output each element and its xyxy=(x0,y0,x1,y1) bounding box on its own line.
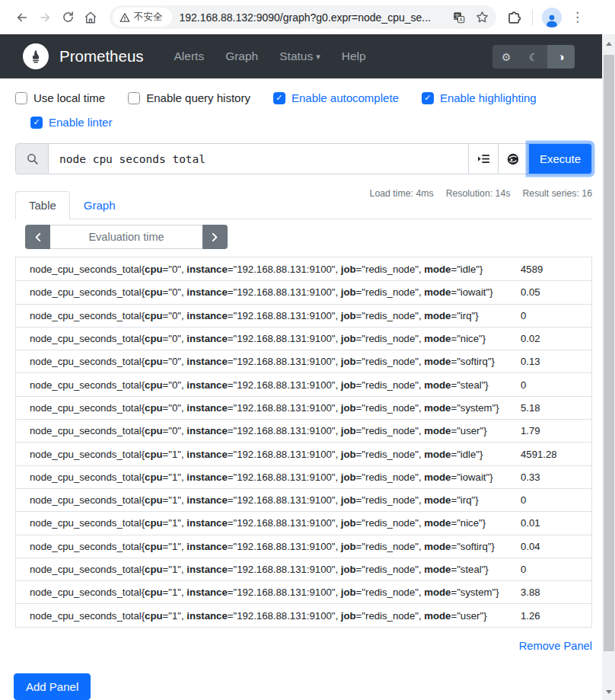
load-time: Load time: 4ms xyxy=(370,188,434,199)
tab-table[interactable]: Table xyxy=(15,191,70,219)
chevron-down-icon: ▾ xyxy=(316,52,320,62)
page-scrollbar[interactable] xyxy=(602,34,615,700)
settings-gear-icon[interactable]: ⚙ xyxy=(492,45,520,69)
tab-graph[interactable]: Graph xyxy=(70,191,129,219)
checkbox-enable-autocomplete[interactable]: ✓Enable autocomplete xyxy=(273,91,399,104)
options-row-2: ✓Enable linter xyxy=(30,116,592,129)
checked-checkbox-icon[interactable]: ✓ xyxy=(422,92,434,104)
metric-value: 4591.28 xyxy=(521,449,591,460)
checkbox-enable-linter[interactable]: ✓Enable linter xyxy=(30,116,112,129)
checked-checkbox-icon[interactable]: ✓ xyxy=(273,92,285,104)
prometheus-logo[interactable] xyxy=(23,43,49,69)
query-stats: Load time: 4ms Resolution: 14s Result se… xyxy=(370,188,592,199)
extensions-icon[interactable] xyxy=(507,9,523,25)
table-row: node_cpu_seconds_total{cpu="1", instance… xyxy=(16,511,591,534)
table-row: node_cpu_seconds_total{cpu="1", instance… xyxy=(16,488,591,511)
table-row: node_cpu_seconds_total{cpu="1", instance… xyxy=(16,465,591,488)
panel-tabs: Table Graph Load time: 4ms Resolution: 1… xyxy=(15,187,592,219)
table-row: node_cpu_seconds_total{cpu="0", instance… xyxy=(16,304,591,327)
metric-series: node_cpu_seconds_total{cpu="1", instance… xyxy=(30,610,521,622)
table-row: node_cpu_seconds_total{cpu="0", instance… xyxy=(16,327,591,350)
dark-theme-moon-icon[interactable]: ☾ xyxy=(520,45,547,69)
nav-graph[interactable]: Graph xyxy=(215,50,269,63)
address-bar[interactable]: 不安全 192.168.88.132:9090/graph?g0.expr=no… xyxy=(110,5,496,29)
translate-icon[interactable]: 文A xyxy=(451,11,467,24)
eval-time-back-icon[interactable] xyxy=(25,225,50,249)
reload-icon[interactable] xyxy=(56,6,79,29)
bookmark-star-icon[interactable] xyxy=(473,10,490,24)
metric-series: node_cpu_seconds_total{cpu="0", instance… xyxy=(30,356,521,367)
remove-panel-link[interactable]: Remove Panel xyxy=(519,640,592,652)
warning-icon xyxy=(119,12,130,23)
metric-value: 1.79 xyxy=(521,425,591,436)
execute-button[interactable]: Execute xyxy=(528,143,592,174)
checkbox-use-local-time[interactable]: Use local time xyxy=(15,91,105,104)
checked-checkbox-icon[interactable]: ✓ xyxy=(30,117,43,129)
metrics-explorer-icon[interactable] xyxy=(469,143,499,174)
metric-series: node_cpu_seconds_total{cpu="0", instance… xyxy=(30,286,521,298)
checkbox-label: Enable query history xyxy=(146,91,250,104)
options-row-1: Use local timeEnable query history✓Enabl… xyxy=(15,91,592,104)
checkbox-label: Use local time xyxy=(33,91,105,104)
metric-series: node_cpu_seconds_total{cpu="1", instance… xyxy=(30,494,521,506)
metric-value: 3.88 xyxy=(521,587,591,598)
table-row: node_cpu_seconds_total{cpu="1", instance… xyxy=(16,603,591,626)
unchecked-checkbox-icon[interactable] xyxy=(128,92,140,104)
table-row: node_cpu_seconds_total{cpu="0", instance… xyxy=(16,419,591,442)
metric-value: 0 xyxy=(521,564,591,575)
scroll-down-icon[interactable] xyxy=(602,686,615,698)
checkbox-label: Enable highlighting xyxy=(440,91,537,104)
checkbox-enable-query-history[interactable]: Enable query history xyxy=(128,91,250,104)
forward-icon[interactable] xyxy=(33,6,56,29)
add-panel-button[interactable]: Add Panel xyxy=(14,673,91,700)
back-icon[interactable] xyxy=(11,6,33,29)
nav-status[interactable]: Status▾ xyxy=(269,50,330,63)
table-row: node_cpu_seconds_total{cpu="0", instance… xyxy=(16,396,591,419)
table-row: node_cpu_seconds_total{cpu="0", instance… xyxy=(16,372,591,395)
query-input-group: Execute xyxy=(15,143,592,174)
metric-series: node_cpu_seconds_total{cpu="0", instance… xyxy=(30,333,521,344)
table-row: node_cpu_seconds_total{cpu="0", instance… xyxy=(16,350,591,372)
home-icon[interactable] xyxy=(79,6,102,29)
metric-series: node_cpu_seconds_total{cpu="1", instance… xyxy=(30,587,521,598)
svg-text:A: A xyxy=(460,17,464,22)
resolution: Resolution: 14s xyxy=(446,188,511,199)
security-chip[interactable]: 不安全 xyxy=(113,8,172,27)
table-row: node_cpu_seconds_total{cpu="1", instance… xyxy=(16,535,591,558)
profile-avatar[interactable] xyxy=(542,8,562,27)
scrollbar-thumb[interactable] xyxy=(604,55,614,651)
metric-series: node_cpu_seconds_total{cpu="0", instance… xyxy=(30,402,521,414)
scroll-up-icon[interactable] xyxy=(602,37,615,50)
chrome-menu-icon[interactable]: ⋮ xyxy=(566,9,588,25)
checkbox-label: Enable autocomplete xyxy=(292,91,399,104)
nav-help[interactable]: Help xyxy=(331,50,377,63)
metric-value: 1.26 xyxy=(521,610,591,622)
security-label: 不安全 xyxy=(134,11,163,24)
evaluation-time-stepper xyxy=(25,225,592,249)
metric-value: 0 xyxy=(521,310,591,321)
metric-value: 0.01 xyxy=(521,517,591,529)
nav-alerts[interactable]: Alerts xyxy=(164,50,215,63)
table-row: node_cpu_seconds_total{cpu="1", instance… xyxy=(16,442,591,465)
url-text[interactable]: 192.168.88.132:9090/graph?g0.expr=node_c… xyxy=(180,11,445,24)
checkbox-label: Enable linter xyxy=(49,116,112,129)
browser-toolbar: 不安全 192.168.88.132:9090/graph?g0.expr=no… xyxy=(0,0,615,34)
toolbar-separator xyxy=(532,10,533,25)
metric-series: node_cpu_seconds_total{cpu="0", instance… xyxy=(30,310,521,321)
metric-value: 5.18 xyxy=(521,402,591,414)
metric-series: node_cpu_seconds_total{cpu="1", instance… xyxy=(30,471,521,483)
metric-value: 0.02 xyxy=(521,333,591,344)
auto-theme-icon[interactable]: ◑ xyxy=(547,45,575,69)
prometheus-navbar: Prometheus AlertsGraphStatus▾Help ⚙ ☾ ◑ xyxy=(0,34,615,78)
nav-links: AlertsGraphStatus▾Help xyxy=(164,50,377,63)
eval-time-forward-icon[interactable] xyxy=(202,225,228,249)
metric-value: 0 xyxy=(521,494,591,506)
metric-series: node_cpu_seconds_total{cpu="1", instance… xyxy=(30,564,521,575)
unchecked-checkbox-icon[interactable] xyxy=(15,92,27,104)
brand-title[interactable]: Prometheus xyxy=(59,47,144,66)
checkbox-enable-highlighting[interactable]: ✓Enable highlighting xyxy=(422,91,537,104)
metric-series: node_cpu_seconds_total{cpu="0", instance… xyxy=(30,425,521,436)
evaluation-time-input[interactable] xyxy=(50,225,202,249)
expression-input[interactable] xyxy=(49,143,469,174)
format-expression-icon[interactable] xyxy=(499,143,528,174)
